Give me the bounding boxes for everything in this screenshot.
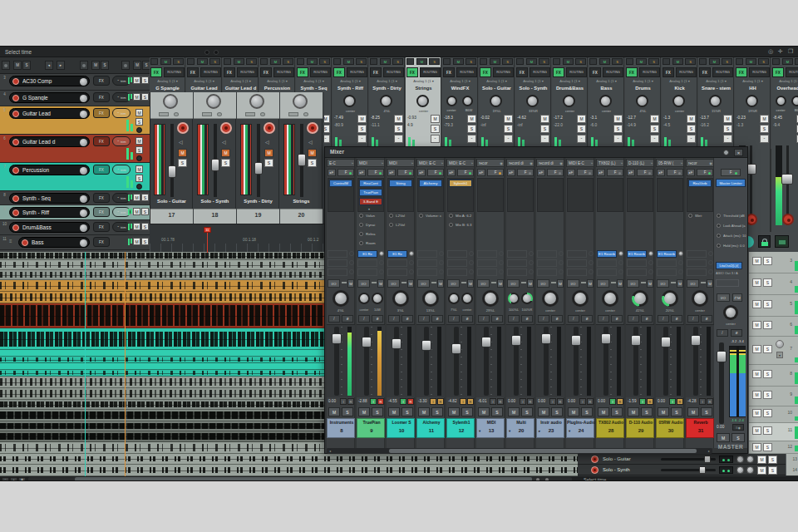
fx-chain-area[interactable]: String	[387, 178, 414, 212]
record-arm-button[interactable]	[264, 122, 275, 134]
record-arm-icon[interactable]	[260, 58, 268, 65]
mute-button[interactable]: M	[650, 115, 659, 123]
fader-handle[interactable]	[211, 159, 219, 171]
routing-button[interactable]: ROUTING	[164, 67, 185, 77]
mute-button[interactable]: M	[416, 58, 427, 65]
input-source-label[interactable]: Analog 1 (1 ▾	[662, 79, 697, 85]
fader-taper-button[interactable]: /	[568, 315, 579, 323]
right-track-row[interactable]: MS4	[749, 273, 798, 295]
pan-knob[interactable]	[672, 95, 685, 107]
dock-icon[interactable]: ◎	[768, 48, 773, 55]
solo-button[interactable]: S	[577, 125, 586, 133]
routing-button[interactable]: ROUTING	[420, 67, 441, 77]
input-source-label[interactable]: Analog 1 (1 ▾	[223, 79, 259, 85]
close-icon[interactable]: ×	[734, 149, 743, 156]
strip-input-label[interactable]: record di◉	[506, 159, 534, 167]
solo-button[interactable]: S	[732, 433, 745, 442]
fx-enable-button[interactable]: F	[397, 169, 414, 176]
dock-strip[interactable]: MSFXROUTINGAnalog 1 (1 ▾Synth - Riffcent…	[332, 57, 368, 149]
master-strip[interactable]: FMaster LimiterThreshold (dBLook Ahead (…	[714, 158, 747, 448]
solo-button[interactable]: S	[502, 58, 513, 65]
fx-bypass-button[interactable]: ▸F	[597, 169, 605, 176]
fx-button[interactable]: FX	[93, 207, 110, 217]
mixer-scrollbar[interactable]: ◂▸	[327, 448, 712, 454]
record-arm-icon[interactable]	[663, 58, 670, 65]
volume-slider-handle[interactable]	[699, 466, 706, 474]
fx-slot-button[interactable]: Master Limiter	[716, 179, 746, 187]
dock-strip[interactable]: MSFXROUTINGAnalog 1 (1 ▾Kickcenter-1.3-4…	[662, 57, 697, 149]
fader-handle[interactable]	[631, 335, 641, 346]
monitor-icon[interactable]	[159, 112, 169, 116]
trim-envelope-button[interactable]: ⌃ trim	[112, 108, 131, 118]
dock-strip[interactable]: MSFXROUTINGAnalog 1 (1 ▾OverheadscenterB…	[771, 57, 798, 232]
input-source-label[interactable]: Analog 1 (1 ▾	[735, 79, 771, 85]
bank-strip[interactable]: ◁MSSolo - Guitar17	[150, 92, 193, 224]
solo-button[interactable]: S	[173, 58, 184, 65]
dock-strip[interactable]: MSFXROUTINGAnalog 1 (1 ▾Stringscenter-0.…	[406, 57, 441, 149]
fx-button[interactable]: FX	[93, 165, 110, 175]
solo-button[interactable]: S	[763, 345, 772, 353]
solo-button[interactable]: S	[491, 407, 503, 416]
send-slot-empty[interactable]	[567, 259, 587, 267]
record-arm-icon[interactable]	[699, 58, 707, 65]
mixer-strip[interactable]: MIDI»▸FFReaContTruePian3-Band E▾VolunDyn…	[357, 158, 385, 448]
mute-button[interactable]: M	[746, 58, 756, 65]
routing-button[interactable]: ROUTING	[456, 67, 477, 77]
fader-taper-button[interactable]: /	[538, 315, 549, 323]
routing-button[interactable]: ROUTING	[530, 67, 550, 77]
record-arm-icon[interactable]	[626, 58, 633, 65]
track-name-capsule[interactable]: AC30 Comp	[9, 76, 90, 86]
input-source-label[interactable]: Analog 1 (1 ▾	[698, 79, 734, 85]
fx-enable-button[interactable]: F	[547, 169, 564, 176]
pan-knob[interactable]	[293, 94, 308, 109]
send-slot-empty[interactable]	[537, 250, 557, 258]
record-arm-icon[interactable]	[480, 58, 487, 65]
pan-knob[interactable]	[542, 290, 559, 307]
pan-knob[interactable]	[482, 290, 499, 307]
solo-button[interactable]: S	[429, 58, 440, 65]
pan-knob[interactable]	[490, 95, 502, 107]
solo-button[interactable]: S	[372, 407, 383, 416]
pan-knob[interactable]	[776, 340, 784, 348]
record-arm-icon[interactable]	[443, 58, 451, 65]
solo-button[interactable]: S	[141, 208, 149, 215]
send-slot-empty[interactable]	[328, 250, 347, 258]
mute-button[interactable]: M	[358, 407, 370, 416]
input-source-label[interactable]: Analog 1 (1 ▾	[259, 79, 295, 85]
fader-track[interactable]	[454, 327, 459, 396]
trim-envelope-button[interactable]: ⌃	[394, 135, 403, 143]
fader-handle[interactable]	[392, 338, 401, 349]
send-slot-empty[interactable]	[417, 250, 437, 258]
mute-button[interactable]: M	[160, 58, 171, 65]
mute-button[interactable]: M	[598, 407, 609, 416]
send-slot-empty[interactable]	[627, 268, 647, 276]
mute-button[interactable]: M	[453, 58, 464, 65]
bank-strip-number-tab[interactable]: 18	[194, 209, 236, 224]
fx-slot-button[interactable]: String	[389, 180, 412, 187]
send-slot-empty[interactable]	[657, 268, 677, 276]
solo-button[interactable]: S	[763, 257, 772, 265]
volume-knob[interactable]	[80, 239, 87, 247]
timeline-ruler[interactable]: 00.1.7800.1.1800.1.211	[150, 224, 324, 252]
speaker-icon[interactable]: ◁	[222, 139, 230, 145]
lock-icon[interactable]	[758, 235, 771, 248]
fx-enable-button[interactable]: F	[427, 169, 444, 176]
routing-button[interactable]: ROUTING	[200, 67, 221, 77]
volume-knob[interactable]	[80, 224, 87, 232]
mute-button[interactable]: M	[687, 115, 696, 123]
fx-bypass-button[interactable]: ▸F	[447, 169, 456, 176]
strip-input-label[interactable]: MIDI: E-C»	[446, 159, 475, 167]
routing-button[interactable]: ROUTING	[237, 67, 258, 77]
mute-button[interactable]: M	[357, 115, 367, 123]
env-icon[interactable]	[260, 112, 265, 116]
send-slot-empty[interactable]	[627, 259, 647, 267]
fx-chain-area[interactable]: ReaVerb	[687, 178, 713, 212]
send-slot-empty[interactable]	[507, 259, 527, 267]
fx-button[interactable]: FX	[150, 67, 162, 77]
solo-button[interactable]: S	[763, 278, 772, 287]
right-track-row[interactable]: MS12	[749, 441, 798, 454]
track-row[interactable]: 7PercussionFX⌃ trimMS	[0, 163, 150, 191]
param-row[interactable]: Hold (ms): 0.0	[715, 242, 746, 251]
solo-button[interactable]: S	[392, 58, 403, 65]
send-slot-empty[interactable]	[477, 268, 497, 276]
